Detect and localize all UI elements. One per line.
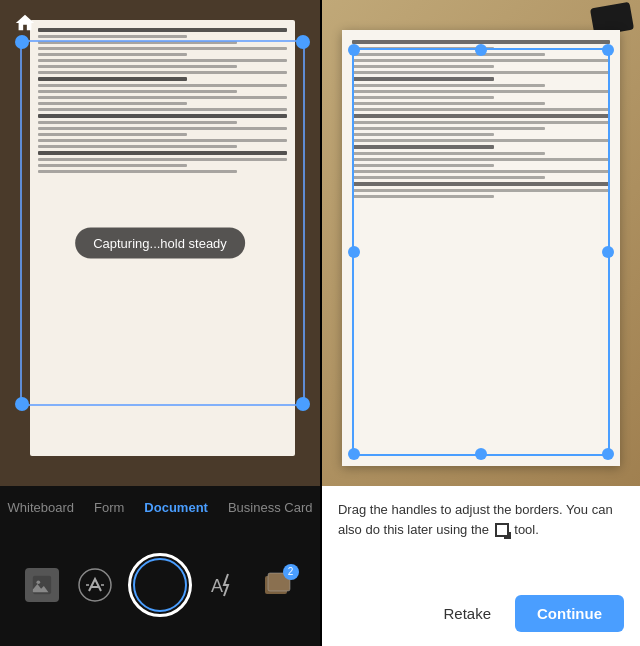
crop-tool-icon bbox=[495, 523, 509, 537]
document-preview bbox=[322, 0, 640, 486]
stack-button[interactable]: 2 bbox=[258, 565, 298, 605]
camera-viewfinder: Capturing...hold steady bbox=[0, 0, 320, 486]
instruction-text: Drag the handles to adjust the borders. … bbox=[338, 500, 624, 587]
capture-button-inner bbox=[133, 558, 187, 612]
camera-controls-row: A 2 bbox=[0, 523, 320, 646]
right-panel: Drag the handles to adjust the borders. … bbox=[322, 0, 640, 646]
right-info-panel: Drag the handles to adjust the borders. … bbox=[322, 486, 640, 646]
svg-text:A: A bbox=[211, 576, 223, 596]
tab-form[interactable]: Form bbox=[94, 500, 124, 515]
retake-button[interactable]: Retake bbox=[431, 597, 503, 630]
capture-button[interactable] bbox=[128, 553, 192, 617]
home-icon[interactable] bbox=[14, 12, 38, 36]
gallery-icon bbox=[25, 568, 59, 602]
svg-point-1 bbox=[37, 580, 41, 584]
tab-document[interactable]: Document bbox=[144, 500, 208, 515]
gallery-button[interactable] bbox=[22, 565, 62, 605]
right-paper bbox=[342, 30, 620, 466]
continue-button[interactable]: Continue bbox=[515, 595, 624, 632]
action-buttons: Retake Continue bbox=[338, 595, 624, 632]
stack-icon: 2 bbox=[261, 568, 295, 602]
bottom-controls: Whiteboard Form Document Business Card bbox=[0, 486, 320, 646]
left-panel: Capturing...hold steady Whiteboard Form … bbox=[0, 0, 320, 646]
mode-tabs: Whiteboard Form Document Business Card bbox=[0, 486, 320, 523]
svg-point-2 bbox=[79, 569, 111, 601]
stack-badge: 2 bbox=[283, 564, 299, 580]
flash-auto-button[interactable]: A bbox=[205, 565, 245, 605]
scan-button[interactable] bbox=[75, 565, 115, 605]
tab-business-card[interactable]: Business Card bbox=[228, 500, 313, 515]
capturing-toast: Capturing...hold steady bbox=[75, 228, 245, 259]
tab-whiteboard[interactable]: Whiteboard bbox=[8, 500, 74, 515]
